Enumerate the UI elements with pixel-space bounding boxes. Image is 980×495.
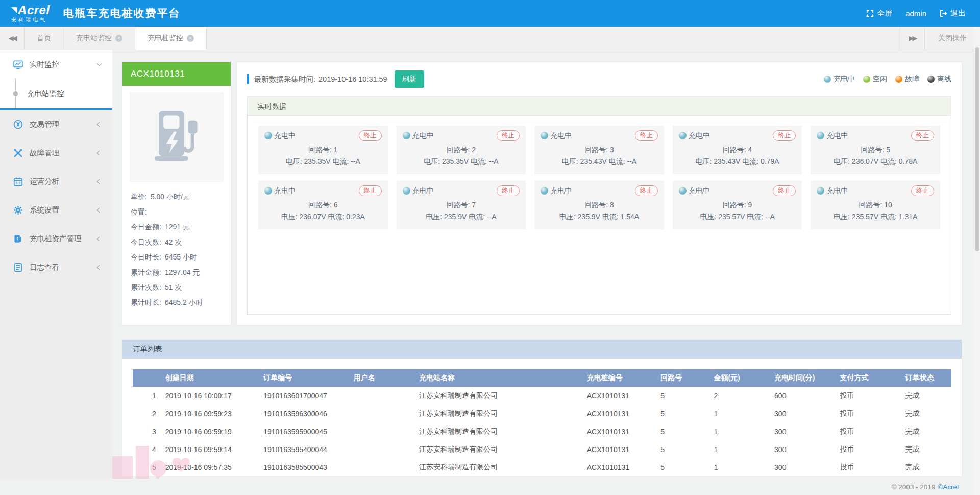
terminate-button[interactable]: 终止 — [773, 185, 796, 196]
column-header-index — [133, 369, 162, 387]
order-cell: 1910163601700047 — [260, 387, 350, 405]
tab-label: 充电站监控 — [76, 34, 112, 43]
charging-status-label: 充电中 — [274, 186, 296, 196]
orders-title: 订单列表 — [122, 340, 962, 359]
order-cell — [351, 422, 416, 440]
order-cell: 300 — [771, 422, 837, 440]
order-cell: ACX1010131 — [584, 405, 657, 422]
charger-asset-icon — [13, 234, 23, 244]
collect-time-label: 最新数据采集时间: — [254, 75, 315, 84]
log-icon — [13, 263, 23, 272]
charging-status-label: 充电中 — [689, 186, 710, 196]
order-cell: 2019-10-16 09:59:23 — [162, 405, 260, 422]
order-row: 52019-10-16 09:57:351910163585500043江苏安科… — [133, 458, 951, 476]
open-tabs: 首页充电站监控×充电桩监控× — [24, 27, 207, 50]
logout-button[interactable]: 退出 — [940, 9, 966, 18]
acrel-logo: Acrel 安科瑞电气 — [11, 4, 50, 22]
terminate-button[interactable]: 终止 — [497, 130, 520, 141]
tab-充电桩监控[interactable]: 充电桩监控× — [135, 27, 207, 50]
device-stat-line: 今日金额:1291 元 — [131, 220, 223, 235]
logo-text: Acrel — [11, 4, 50, 16]
analysis-icon — [13, 177, 23, 186]
fullscreen-button[interactable]: 全屏 — [866, 9, 892, 18]
charging-status-dot — [541, 187, 548, 195]
collect-time-value: 2019-10-16 10:31:59 — [318, 75, 387, 83]
tab-充电站监控[interactable]: 充电站监控× — [64, 27, 135, 50]
tab-close-icon[interactable]: × — [115, 35, 122, 42]
tab-bar: ◀◀ 首页充电站监控×充电桩监控× ▶▶ 关闭操作 — [0, 27, 980, 50]
username[interactable]: admin — [905, 9, 926, 18]
chevron-left-icon — [97, 236, 102, 241]
stat-label: 累计次数: — [131, 283, 161, 291]
sidebar-item-日志查看[interactable]: 日志查看 — [0, 253, 112, 281]
order-cell: 1910163596300046 — [260, 405, 350, 422]
column-header-订单编号: 订单编号 — [260, 369, 350, 387]
terminate-button[interactable]: 终止 — [635, 130, 658, 141]
order-cell: 2019-10-16 09:59:19 — [162, 422, 260, 440]
chevron-left-icon — [97, 265, 102, 270]
legend-dot-icon — [895, 76, 902, 83]
charging-status-dot — [264, 187, 272, 195]
menu-group-交易管理: 交易管理 — [0, 110, 112, 138]
legend-dot-icon — [863, 76, 870, 83]
acrel-footer-link[interactable]: ©Acrel — [938, 483, 959, 491]
voltage-current: 电压: 236.07V 电流: 0.23A — [264, 211, 382, 223]
charging-status-label: 充电中 — [550, 131, 572, 140]
sidebar: 实时监控充电站监控交易管理故障管理运营分析系统设置充电桩资产管理日志查看 — [0, 50, 112, 479]
charging-status-label: 充电中 — [826, 131, 848, 140]
charging-status-dot — [679, 132, 687, 139]
close-operations-button[interactable]: 关闭操作 — [924, 27, 980, 50]
sidebar-item-label: 系统设置 — [30, 205, 97, 215]
legend-label: 离线 — [937, 75, 951, 84]
terminate-button[interactable]: 终止 — [359, 130, 382, 141]
charging-pile-image — [130, 92, 224, 182]
tabs-scroll-right-button[interactable]: ▶▶ — [900, 27, 924, 50]
terminate-button[interactable]: 终止 — [911, 130, 934, 141]
tab-首页[interactable]: 首页 — [24, 27, 64, 50]
sidebar-item-运营分析[interactable]: 运营分析 — [0, 167, 112, 196]
column-header-订单状态: 订单状态 — [902, 369, 951, 387]
card-top-row: 充电中终止 — [679, 130, 796, 141]
realtime-data-title: 实时数据 — [248, 97, 951, 116]
logout-icon — [940, 10, 947, 17]
order-cell: 投币 — [837, 422, 902, 440]
circuit-number: 回路号: 3 — [541, 144, 658, 156]
voltage-current: 电压: 235.43V 电流: --A — [541, 156, 658, 168]
stat-label: 累计金额: — [131, 268, 161, 276]
device-stat-line: 单价:5.00 小时/元 — [131, 190, 223, 205]
terminate-button[interactable]: 终止 — [359, 185, 382, 196]
settings-icon — [13, 205, 23, 215]
charging-status: 充电中 — [403, 131, 434, 140]
sidebar-item-实时监控[interactable]: 实时监控 — [0, 50, 112, 79]
legend-dot-icon — [927, 76, 935, 83]
order-cell: 1 — [710, 440, 771, 458]
sidebar-subitem-充电站监控[interactable]: 充电站监控 — [0, 79, 112, 108]
tab-close-icon[interactable]: × — [187, 35, 194, 42]
page-scrollbar[interactable] — [974, 27, 980, 495]
sidebar-item-系统设置[interactable]: 系统设置 — [0, 196, 112, 224]
order-cell: 5 — [657, 405, 710, 422]
sidebar-item-交易管理[interactable]: 交易管理 — [0, 110, 112, 138]
terminate-button[interactable]: 终止 — [911, 185, 934, 196]
tabs-scroll-left-button[interactable]: ◀◀ — [0, 27, 24, 50]
chevron-left-icon — [97, 122, 102, 127]
order-cell: ACX1010131 — [584, 387, 657, 405]
charging-status: 充电中 — [541, 131, 572, 140]
main-content: ACX1010131 — [112, 50, 980, 479]
sidebar-item-故障管理[interactable]: 故障管理 — [0, 138, 112, 167]
terminate-button[interactable]: 终止 — [497, 185, 520, 196]
sidebar-item-充电桩资产管理[interactable]: 充电桩资产管理 — [0, 224, 112, 253]
charging-status: 充电中 — [817, 131, 848, 140]
stat-label: 今日次数: — [131, 238, 161, 246]
voltage-current: 电压: 235.9V 电流: 1.54A — [541, 211, 658, 223]
terminate-button[interactable]: 终止 — [773, 130, 796, 141]
charging-channel-card: 充电中终止回路号: 1电压: 235.35V 电流: --A — [258, 126, 388, 174]
order-cell: 投币 — [837, 458, 902, 476]
scrollbar-thumb[interactable] — [975, 47, 979, 251]
circuit-number: 回路号: 4 — [679, 144, 796, 156]
charging-status-label: 充电中 — [826, 186, 848, 196]
circuit-number: 回路号: 5 — [817, 144, 934, 156]
refresh-button[interactable]: 刷新 — [395, 70, 424, 88]
card-top-row: 充电中终止 — [541, 185, 658, 196]
terminate-button[interactable]: 终止 — [635, 185, 658, 196]
